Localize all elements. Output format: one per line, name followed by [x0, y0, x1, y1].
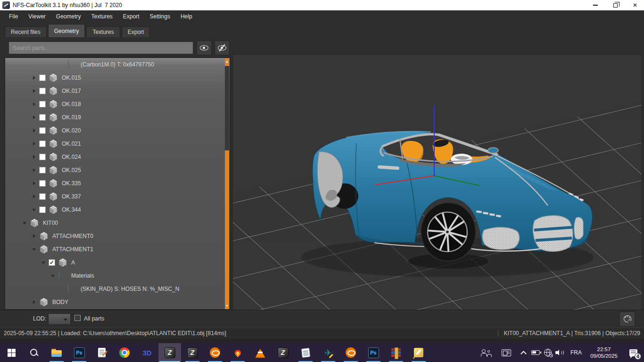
taskbar-app-explorer[interactable] — [45, 343, 68, 362]
visibility-checkbox[interactable] — [49, 259, 55, 266]
tree-item-materials[interactable]: Materials — [5, 269, 230, 282]
taskbar-app-paint-tool[interactable] — [407, 343, 430, 362]
taskbar-app-winrar[interactable] — [385, 343, 407, 362]
hide-parts-button[interactable] — [215, 41, 230, 55]
menu-geometry[interactable]: Geometry — [51, 12, 86, 21]
visibility-checkbox[interactable] — [39, 127, 46, 134]
visibility-checkbox[interactable] — [39, 88, 46, 94]
tree-item-ok-018[interactable]: OK.018 — [5, 98, 230, 111]
visibility-checkbox[interactable] — [39, 74, 46, 81]
all-parts-checkbox[interactable] — [74, 315, 81, 321]
chevron-down-icon[interactable] — [31, 246, 38, 253]
tree-item-ok-335[interactable]: OK.335 — [5, 177, 230, 190]
menu-help[interactable]: Help — [175, 12, 198, 21]
tray-overflow-chevron-icon[interactable] — [517, 343, 529, 362]
chevron-right-icon[interactable] — [31, 114, 38, 121]
menu-settings[interactable]: Settings — [145, 12, 175, 21]
menu-textures[interactable]: Textures — [86, 12, 118, 21]
tree-scrollbar[interactable] — [225, 58, 229, 310]
chevron-right-icon[interactable] — [31, 206, 38, 213]
tree-item-skin-rad-s-hoses-n-misc-n[interactable]: (SKIN_RAD) S: HOSES N: %_MISC_N — [5, 282, 230, 296]
taskbar-app-nfs-cartoolkit-3[interactable]: Z — [272, 343, 294, 362]
chevron-right-icon[interactable] — [31, 88, 38, 94]
taskbar-app-nfs-cartoolkit-2[interactable]: Z — [181, 343, 204, 362]
taskbar-search-button[interactable] — [23, 343, 45, 362]
tree-item-ok-024[interactable]: OK.024 — [5, 150, 230, 164]
tree-item-body[interactable]: BODY — [5, 296, 230, 309]
background-color-button[interactable] — [619, 312, 635, 327]
restore-button[interactable] — [607, 0, 623, 10]
tab-textures[interactable]: Textures — [86, 26, 120, 37]
scrollbar-thumb[interactable] — [225, 150, 229, 302]
chevron-right-icon[interactable] — [31, 127, 38, 134]
volume-icon[interactable] — [553, 343, 567, 362]
chevron-down-icon[interactable] — [41, 259, 47, 266]
tree-item-ok-019[interactable]: OK.019 — [5, 111, 230, 124]
chevron-right-icon[interactable] — [31, 154, 38, 160]
clock[interactable]: 22:57 09/05/2025 — [586, 343, 622, 362]
taskbar-app-nfs-cartoolkit[interactable]: Z — [158, 343, 181, 362]
scrollbar-top-button[interactable] — [225, 58, 229, 66]
taskbar-app-flame-tool[interactable] — [226, 343, 249, 362]
chevron-right-icon[interactable] — [31, 299, 38, 305]
tree-item-attachment1[interactable]: ATTACHMENT1 — [5, 243, 230, 256]
tree-item-kit00[interactable]: KIT00 — [5, 216, 230, 230]
tab-export[interactable]: Export — [122, 26, 150, 37]
tree-item-ok-015[interactable]: OK.015 — [5, 71, 230, 84]
search-input[interactable] — [8, 41, 193, 54]
tree-item-ok-020[interactable]: OK.020 — [5, 124, 230, 137]
menu-export[interactable]: Export — [118, 12, 145, 21]
taskbar-app-blender-2[interactable] — [339, 343, 362, 362]
show-parts-button[interactable] — [197, 41, 212, 55]
tree-item-carbon1m-0-t-0x64797750[interactable]: (Carbon1M.0) T: 0x64797750 — [5, 58, 230, 71]
taskbar-app-wordpad[interactable] — [91, 343, 113, 362]
taskbar-app-3d-viewer[interactable]: 3D — [136, 343, 158, 362]
visibility-checkbox[interactable] — [39, 154, 46, 160]
tree-item-ok-025[interactable]: OK.025 — [5, 164, 230, 177]
tree-item-ok-017[interactable]: OK.017 — [5, 84, 230, 98]
taskbar-app-photoshop-2[interactable]: Ps — [362, 343, 385, 362]
tree-item-a[interactable]: A — [5, 256, 230, 269]
visibility-checkbox[interactable] — [39, 180, 46, 187]
language-indicator[interactable]: FRA — [567, 343, 586, 362]
taskbar-app-notepad[interactable] — [294, 343, 317, 362]
taskbar-app-chrome[interactable] — [113, 343, 136, 362]
visibility-checkbox[interactable] — [39, 193, 46, 200]
lod-dropdown[interactable] — [48, 313, 71, 325]
minimize-button[interactable] — [587, 0, 603, 10]
tree-item-ok-337[interactable]: OK.337 — [5, 190, 230, 203]
visibility-checkbox[interactable] — [39, 114, 46, 121]
visibility-checkbox[interactable] — [39, 101, 46, 107]
chevron-right-icon[interactable] — [31, 101, 38, 107]
visibility-checkbox[interactable] — [39, 140, 46, 147]
menu-viewer[interactable]: Viewer — [23, 12, 50, 21]
taskbar-app-photoshop[interactable]: Ps — [68, 343, 91, 362]
chevron-right-icon[interactable] — [31, 180, 38, 187]
tree-item-attachment0[interactable]: ATTACHMENT0 — [5, 230, 230, 243]
chevron-right-icon[interactable] — [31, 193, 38, 200]
notification-center-button[interactable]: 4 — [622, 343, 644, 362]
people-tray-icon[interactable] — [476, 343, 495, 362]
chevron-down-icon[interactable] — [50, 272, 57, 279]
tab-geometry[interactable]: Geometry — [48, 24, 85, 37]
taskbar-app-blender[interactable] — [204, 343, 226, 362]
tree-item-ok-021[interactable]: OK.021 — [5, 137, 230, 150]
network-icon[interactable] — [542, 343, 553, 362]
chevron-down-icon[interactable] — [22, 220, 28, 226]
scrollbar-bottom-button[interactable] — [225, 302, 229, 310]
visibility-checkbox[interactable] — [39, 206, 46, 213]
tree-item-ok-344[interactable]: OK.344 — [5, 203, 230, 216]
chevron-right-icon[interactable] — [31, 167, 38, 173]
start-button[interactable] — [0, 343, 23, 362]
taskbar-app-vlc[interactable] — [249, 343, 272, 362]
tab-recent-files[interactable]: Recent files — [5, 26, 47, 37]
taskbar-app-plane-tool[interactable]: ✈ — [317, 343, 339, 362]
menu-file[interactable]: File — [4, 12, 23, 21]
chevron-right-icon[interactable] — [31, 233, 38, 239]
viewport-3d[interactable] — [232, 54, 641, 310]
news-widget-icon[interactable] — [495, 343, 517, 362]
visibility-checkbox[interactable] — [39, 167, 46, 173]
battery-icon[interactable] — [529, 343, 542, 362]
close-button[interactable] — [627, 0, 643, 10]
chevron-right-icon[interactable] — [31, 74, 38, 81]
